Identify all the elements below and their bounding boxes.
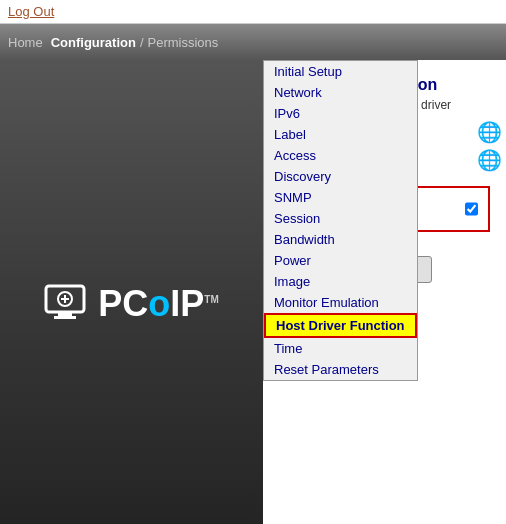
sidebar: PCoIPTM	[0, 60, 263, 524]
menu-item-time[interactable]: Time	[264, 338, 417, 359]
menu-item-initial-setup[interactable]: Initial Setup	[264, 61, 417, 82]
menu-item-label[interactable]: Label	[264, 124, 417, 145]
menu-item-host-driver-function[interactable]: Host Driver Function	[264, 313, 417, 338]
logo-container: PCoIPTM	[24, 263, 238, 345]
menu-item-session[interactable]: Session	[264, 208, 417, 229]
menu-item-power[interactable]: Power	[264, 250, 417, 271]
menu-item-network[interactable]: Network	[264, 82, 417, 103]
menu-item-discovery[interactable]: Discovery	[264, 166, 417, 187]
menu-item-access[interactable]: Access	[264, 145, 417, 166]
nav-bar: Home Configuration / Permissions Initial…	[0, 24, 506, 60]
nav-config[interactable]: Configuration	[51, 35, 136, 50]
nav-home[interactable]: Home	[8, 35, 43, 50]
globe-icon-2: 🌐	[477, 148, 502, 172]
menu-item-reset-parameters[interactable]: Reset Parameters	[264, 359, 417, 380]
menu-item-bandwidth[interactable]: Bandwidth	[264, 229, 417, 250]
main-content: PCoIPTM 🌐 🌐 Host Driver Function Enable …	[0, 60, 506, 524]
globe-icon-1: 🌐	[477, 120, 502, 144]
menu-item-ipv6[interactable]: IPv6	[264, 103, 417, 124]
logo-text: PCoIPTM	[98, 283, 218, 325]
top-bar: Log Out	[0, 0, 506, 24]
logout-link[interactable]: Log Out	[8, 4, 54, 19]
svg-rect-1	[58, 312, 72, 316]
pcoip-logo-icon	[44, 284, 94, 324]
menu-item-snmp[interactable]: SNMP	[264, 187, 417, 208]
enable-host-driver-checkbox[interactable]	[465, 202, 478, 216]
nav-separator: /	[140, 35, 144, 50]
menu-item-monitor-emulation[interactable]: Monitor Emulation	[264, 292, 417, 313]
globe-icons: 🌐 🌐	[477, 120, 502, 172]
logo: PCoIPTM	[44, 283, 218, 325]
logo-tm: TM	[204, 294, 218, 305]
svg-rect-2	[54, 316, 76, 319]
menu-item-image[interactable]: Image	[264, 271, 417, 292]
config-dropdown-menu: Initial SetupNetworkIPv6LabelAccessDisco…	[263, 60, 418, 381]
nav-permissions[interactable]: Permissions	[148, 35, 219, 50]
